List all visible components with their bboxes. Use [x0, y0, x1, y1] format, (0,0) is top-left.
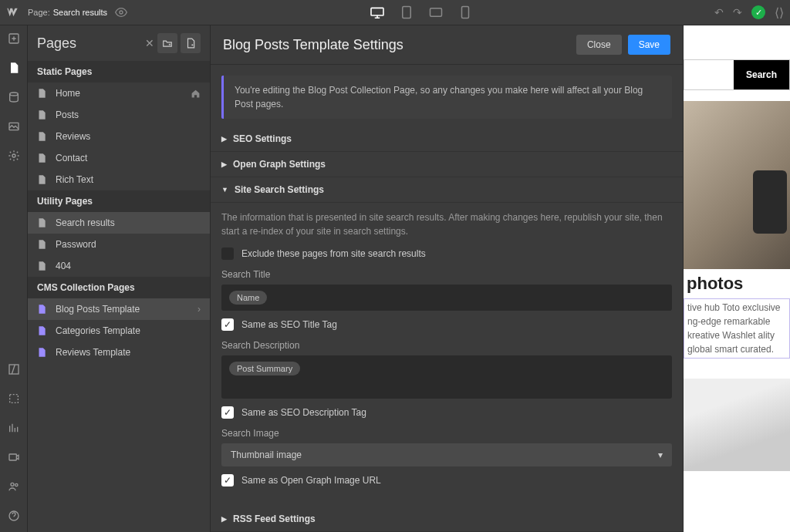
og-settings-toggle[interactable]: ▶Open Graph Settings	[211, 152, 683, 177]
page-item-contact[interactable]: Contact	[28, 147, 210, 169]
preview-hero-image	[684, 101, 790, 269]
mobile-icon[interactable]	[457, 5, 473, 20]
settings-icon[interactable]	[5, 147, 22, 164]
navigator-icon[interactable]	[5, 361, 22, 378]
page-file-icon	[37, 153, 48, 163]
close-button[interactable]: Close	[576, 35, 622, 55]
page-label: Blog Posts Template	[56, 304, 140, 315]
cms-page-icon	[37, 304, 48, 315]
status-check-icon[interactable]: ✓	[751, 5, 765, 19]
page-label: Contact	[56, 153, 87, 163]
assets-icon[interactable]	[5, 118, 22, 135]
search-title-label: Search Title	[221, 269, 672, 280]
pages-icon[interactable]	[5, 59, 22, 76]
pages-header: Pages ✕	[28, 25, 210, 61]
page-item-404[interactable]: 404	[28, 255, 210, 277]
tablet-icon[interactable]	[399, 5, 414, 20]
svg-rect-11	[9, 454, 16, 460]
page-label: Rich Text	[56, 174, 93, 185]
video-icon[interactable]	[5, 449, 22, 466]
same-desc-row[interactable]: ✓Same as SEO Description Tag	[221, 406, 672, 419]
preview-icon[interactable]	[115, 6, 127, 19]
canvas-preview: Search photos tive hub Toto exclusive ng…	[684, 25, 790, 532]
audit-icon[interactable]	[5, 419, 22, 436]
page-label: 404	[56, 261, 71, 271]
static-pages-head: Static Pages	[28, 61, 210, 82]
cms-page-icon	[37, 347, 48, 358]
search-settings-body: The information that is presented in sit…	[211, 203, 683, 507]
code-icon[interactable]: ⟨⟩	[775, 5, 784, 20]
svg-point-0	[120, 11, 123, 14]
close-panel-icon[interactable]: ✕	[145, 37, 154, 49]
field-pill[interactable]: Name	[229, 291, 267, 305]
save-button[interactable]: Save	[628, 35, 670, 55]
settings-panel: Blog Posts Template Settings Close Save …	[211, 25, 684, 532]
topbar-right: ↶ ↷ ✓ ⟨⟩	[714, 5, 784, 20]
cms-icon[interactable]	[5, 89, 22, 106]
page-item-categories-template[interactable]: Categories Template	[28, 320, 210, 342]
help-icon[interactable]	[5, 507, 22, 524]
page-file-icon	[37, 261, 48, 271]
preview-search-button[interactable]: Search	[734, 60, 789, 89]
redo-icon[interactable]: ↷	[733, 6, 742, 19]
cms-pages-head: CMS Collection Pages	[28, 277, 210, 298]
page-item-richtext[interactable]: Rich Text	[28, 169, 210, 190]
search-settings-toggle[interactable]: ▼Site Search Settings	[211, 177, 683, 203]
preview-heading: photos	[684, 269, 790, 298]
page-item-reviews-template[interactable]: Reviews Template	[28, 342, 210, 363]
svg-rect-1	[371, 8, 383, 15]
triangle-down-icon: ▼	[221, 186, 228, 194]
page-item-posts[interactable]: Posts	[28, 104, 210, 126]
search-image-select[interactable]: Thumbnail image▾	[221, 443, 672, 466]
same-image-row[interactable]: ✓Same as Open Graph Image URL	[221, 474, 672, 487]
page-item-password[interactable]: Password	[28, 234, 210, 255]
checkbox-checked-icon[interactable]: ✓	[221, 474, 234, 487]
triangle-right-icon: ▶	[221, 160, 227, 168]
page-label: Reviews Template	[56, 347, 130, 358]
new-page-icon[interactable]	[181, 33, 201, 53]
field-pill[interactable]: Post Summary	[229, 362, 300, 375]
utility-pages-head: Utility Pages	[28, 190, 210, 212]
svg-point-12	[11, 483, 14, 486]
device-switcher	[127, 5, 714, 20]
page-file-icon	[37, 239, 48, 250]
checkbox-checked-icon[interactable]: ✓	[221, 406, 234, 419]
seo-settings-toggle[interactable]: ▶SEO Settings	[211, 126, 683, 152]
page-file-icon	[37, 174, 48, 185]
add-icon[interactable]	[5, 30, 22, 47]
new-folder-icon[interactable]	[157, 33, 177, 53]
info-banner: You're editing the Blog Post Collection …	[221, 76, 672, 119]
page-label: Categories Template	[56, 325, 140, 336]
search-desc-label: Search Description	[221, 340, 672, 351]
page-value[interactable]: Search results	[53, 8, 107, 17]
settings-title: Blog Posts Template Settings	[223, 37, 576, 53]
page-item-search-results[interactable]: Search results	[28, 212, 210, 234]
preview-search-input[interactable]	[684, 60, 734, 89]
main: Pages ✕ Static Pages Home Posts Reviews …	[0, 25, 790, 532]
chevron-down-icon: ▾	[658, 450, 663, 460]
users-icon[interactable]	[5, 478, 22, 495]
topbar: Page: Search results ↶ ↷ ✓ ⟨⟩	[0, 0, 790, 25]
rss-settings-toggle[interactable]: ▶RSS Feed Settings	[211, 507, 683, 532]
page-item-blog-template[interactable]: Blog Posts Template ›	[28, 298, 210, 320]
preview-search-bar: Search	[684, 59, 790, 90]
page-label: Posts	[56, 109, 79, 120]
undo-icon[interactable]: ↶	[714, 6, 724, 19]
tablet-landscape-icon[interactable]	[428, 5, 444, 20]
search-desc-input[interactable]: Post Summary	[221, 355, 672, 399]
search-title-input[interactable]: Name	[221, 285, 672, 311]
home-icon	[191, 89, 201, 99]
triangle-right-icon: ▶	[221, 515, 227, 523]
page-item-home[interactable]: Home	[28, 82, 210, 104]
checkbox-unchecked-icon[interactable]	[221, 247, 234, 260]
page-item-reviews[interactable]: Reviews	[28, 126, 210, 147]
checkbox-checked-icon[interactable]: ✓	[221, 318, 234, 331]
desktop-icon[interactable]	[370, 5, 385, 20]
selection-icon[interactable]	[5, 390, 22, 407]
exclude-checkbox-row[interactable]: Exclude these pages from site search res…	[221, 247, 672, 260]
search-desc: The information that is presented in sit…	[221, 210, 672, 238]
left-rail	[0, 25, 28, 532]
page-label: Home	[56, 88, 80, 99]
webflow-logo-icon	[6, 6, 19, 19]
same-title-row[interactable]: ✓Same as SEO Title Tag	[221, 318, 672, 331]
